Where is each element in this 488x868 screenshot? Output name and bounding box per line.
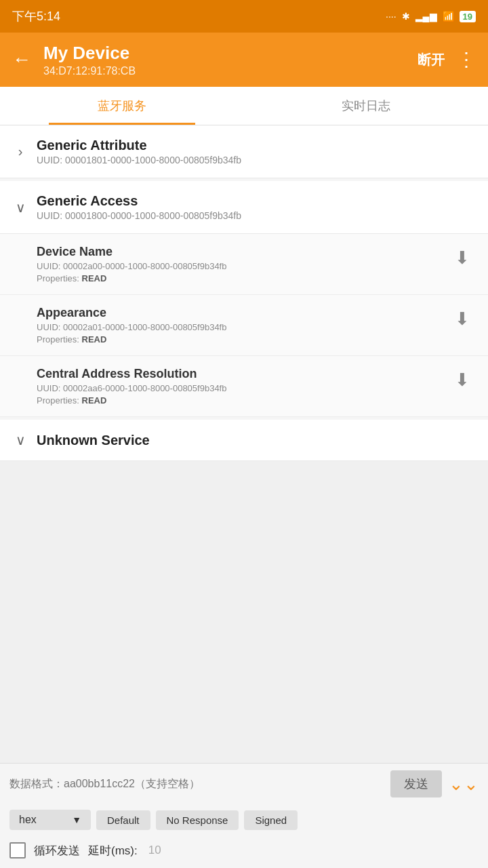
format-caret-icon: ▼ [72, 814, 81, 825]
char-info-appearance: Appearance UUID: 00002a01-0000-1000-8000… [37, 306, 441, 344]
status-icons: ···· ✱ ▂▄▆ 📶 19 [386, 11, 476, 22]
characteristic-central-address: Central Address Resolution UUID: 00002aa… [0, 356, 488, 417]
tab-realtime-log[interactable]: 实时日志 [244, 87, 488, 125]
loop-checkbox[interactable] [9, 842, 26, 859]
send-row: 发送 ⌄⌄ [0, 764, 488, 804]
service-header-unknown[interactable]: ∨ Unknown Service [0, 420, 488, 461]
service-name-generic-access: Generic Access [37, 193, 474, 209]
no-response-button[interactable]: No Response [156, 810, 239, 830]
chevron-down-icon: ∨ [14, 199, 27, 216]
delay-label: 延时(ms): [88, 843, 138, 859]
char-uuid-appearance: UUID: 00002a01-0000-1000-8000-00805f9b34… [37, 322, 441, 332]
service-header-generic-access[interactable]: ∨ Generic Access UUID: 00001800-0000-100… [0, 181, 488, 234]
char-info-device-name: Device Name UUID: 00002a00-0000-1000-800… [37, 245, 441, 283]
char-info-central-address: Central Address Resolution UUID: 00002aa… [37, 367, 441, 406]
format-row: hex ▼ Default No Response Signed [0, 804, 488, 835]
default-button[interactable]: Default [96, 810, 150, 830]
device-title: My Device [43, 43, 418, 64]
char-download-button-device-name[interactable]: ⬇ [450, 248, 474, 269]
format-value: hex [19, 814, 37, 826]
char-uuid-device-name: UUID: 00002a00-0000-1000-8000-00805f9b34… [37, 261, 441, 271]
header-title-group: My Device 34:D7:12:91:78:CB [43, 43, 418, 77]
header-actions: 断开 ⋮ [418, 50, 476, 69]
char-download-button-central-address[interactable]: ⬇ [450, 370, 474, 391]
bluetooth-icon: ✱ [402, 11, 410, 22]
signed-button[interactable]: Signed [244, 810, 298, 830]
status-time: 下午5:14 [12, 8, 60, 24]
chevron-right-icon: › [14, 144, 27, 159]
characteristic-appearance: Appearance UUID: 00002a01-0000-1000-8000… [0, 295, 488, 356]
loop-label: 循环发送 [34, 843, 80, 859]
service-uuid-generic-attribute: UUID: 00001801-0000-1000-8000-00805f9b34… [37, 155, 474, 165]
disconnect-button[interactable]: 断开 [418, 51, 445, 69]
more-menu-button[interactable]: ⋮ [457, 50, 476, 69]
chevron-down-icon-unknown: ∨ [14, 432, 27, 448]
send-input[interactable] [9, 778, 384, 790]
loop-row: 循环发送 延时(ms): 10 [0, 835, 488, 868]
header: ← My Device 34:D7:12:91:78:CB 断开 ⋮ [0, 33, 488, 87]
delay-value: 10 [148, 844, 161, 857]
characteristic-device-name: Device Name UUID: 00002a00-0000-1000-800… [0, 234, 488, 295]
service-uuid-generic-access: UUID: 00001800-0000-1000-8000-00805f9b34… [37, 210, 474, 221]
char-download-button-appearance[interactable]: ⬇ [450, 309, 474, 330]
expand-icon[interactable]: ⌄⌄ [449, 774, 479, 795]
service-header-generic-attribute[interactable]: › Generic Attribute UUID: 00001801-0000-… [0, 125, 488, 178]
char-props-central-address: Properties: READ [37, 395, 441, 406]
back-button[interactable]: ← [12, 49, 31, 71]
char-props-appearance: Properties: READ [37, 334, 441, 344]
char-name-appearance: Appearance [37, 306, 441, 320]
tab-bar: 蓝牙服务 实时日志 [0, 87, 488, 125]
wifi-icon: 📶 [443, 11, 454, 22]
signal-bars-icon: ▂▄▆ [415, 11, 437, 22]
service-list: › Generic Attribute UUID: 00001801-0000-… [0, 125, 488, 461]
format-select[interactable]: hex ▼ [9, 810, 91, 830]
service-name-generic-attribute: Generic Attribute [37, 138, 474, 153]
device-address: 34:D7:12:91:78:CB [43, 65, 418, 77]
tab-bluetooth-service[interactable]: 蓝牙服务 [0, 87, 244, 125]
char-props-device-name: Properties: READ [37, 273, 441, 283]
signal-dots-icon: ···· [386, 11, 396, 22]
service-info-generic-attribute: Generic Attribute UUID: 00001801-0000-10… [37, 138, 474, 165]
battery-indicator: 19 [460, 11, 476, 22]
service-info-generic-access: Generic Access UUID: 00001800-0000-1000-… [37, 193, 474, 221]
status-bar: 下午5:14 ···· ✱ ▂▄▆ 📶 19 [0, 0, 488, 33]
char-name-central-address: Central Address Resolution [37, 367, 441, 381]
service-info-unknown: Unknown Service [37, 433, 474, 448]
char-name-device-name: Device Name [37, 245, 441, 259]
bottom-bar: 发送 ⌄⌄ hex ▼ Default No Response Signed 循… [0, 763, 488, 868]
char-uuid-central-address: UUID: 00002aa6-0000-1000-8000-00805f9b34… [37, 383, 441, 393]
service-group-generic-attribute: › Generic Attribute UUID: 00001801-0000-… [0, 125, 488, 178]
service-group-unknown: ∨ Unknown Service [0, 420, 488, 461]
service-name-unknown: Unknown Service [37, 433, 474, 448]
send-button[interactable]: 发送 [390, 770, 442, 797]
service-group-generic-access: ∨ Generic Access UUID: 00001800-0000-100… [0, 181, 488, 417]
